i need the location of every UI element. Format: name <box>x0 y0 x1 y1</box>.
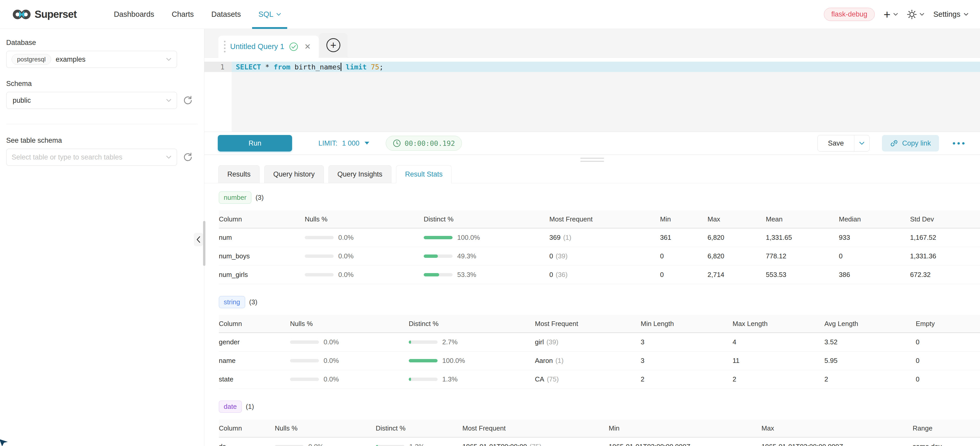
percent-bar-fill <box>376 445 378 446</box>
column-header: Max <box>762 424 913 432</box>
sql-token-plain <box>341 63 345 71</box>
percent-bar-fill <box>424 255 438 258</box>
pane-divider <box>204 155 980 165</box>
schema-select[interactable]: public <box>6 92 177 109</box>
percent-bar <box>275 445 304 446</box>
superset-logo[interactable]: Superset <box>13 8 76 21</box>
type-badge-date: date <box>219 401 242 413</box>
column-header: Most Frequent <box>535 320 641 328</box>
column-header: Distinct % <box>376 424 462 432</box>
panel-scrollbar-thumb[interactable] <box>203 221 205 266</box>
column-header: Most Frequent <box>462 424 609 432</box>
nav-item-charts[interactable]: Charts <box>163 0 202 29</box>
refresh-icon <box>182 151 194 163</box>
close-tab-icon[interactable]: ✕ <box>304 42 311 51</box>
chevron-down-icon <box>920 13 924 16</box>
stat-value: 361 <box>660 234 708 242</box>
drag-handle-icon[interactable] <box>224 41 226 53</box>
sql-editor-empty-area[interactable] <box>204 72 980 132</box>
column-header: Distinct % <box>424 215 549 223</box>
stat-value: 386 <box>839 271 910 279</box>
column-header: Std Dev <box>910 215 980 223</box>
percent-label: 0.0% <box>309 443 324 446</box>
nulls-percent-cell: 0.0% <box>275 443 376 446</box>
table-select[interactable]: Select table or type to search tables <box>6 149 177 166</box>
most-frequent-value: CA <box>535 375 544 383</box>
stats-section-string: string(3)ColumnNulls %Distinct %Most Fre… <box>204 296 980 389</box>
sql-code-line[interactable]: SELECT * from birth_names limit 75; <box>232 62 980 72</box>
table-row: ds0.0%1.3%1965-01-01T00:00:00(75)1965-01… <box>219 438 980 446</box>
tab-result-stats[interactable]: Result Stats <box>396 165 452 183</box>
database-select[interactable]: postgresql examples <box>6 51 177 68</box>
stat-value: 0 <box>916 357 980 365</box>
distinct-percent-cell: 53.3% <box>424 271 549 279</box>
column-header: Range <box>913 424 980 432</box>
run-button[interactable]: Run <box>218 135 292 151</box>
stat-value: same day <box>913 443 980 446</box>
stat-value: 11 <box>733 357 824 365</box>
table-row: gender0.0%2.7%girl(39)343.520 <box>219 333 980 352</box>
percent-label: 100.0% <box>457 234 480 242</box>
stats-table-string: ColumnNulls %Distinct %Most FrequentMin … <box>219 315 980 389</box>
sql-token-number: 75 <box>371 63 379 71</box>
refresh-schemas-button[interactable] <box>182 95 194 106</box>
chevron-down-icon <box>276 13 281 16</box>
column-name: num <box>219 234 305 242</box>
theme-toggle-button[interactable] <box>907 10 924 19</box>
percent-bar-fill <box>409 359 438 362</box>
column-header: Max Length <box>733 320 824 328</box>
new-item-button[interactable]: + <box>883 8 898 21</box>
percent-bar <box>424 236 453 239</box>
caret-down-icon <box>364 141 370 145</box>
sidebar-collapse-button[interactable] <box>194 233 203 246</box>
stats-section-date: date(1)ColumnNulls %Distinct %Most Frequ… <box>204 401 980 446</box>
tab-label: Query history <box>273 170 315 178</box>
percent-label: 0.0% <box>324 375 339 383</box>
save-button[interactable]: Save <box>818 135 854 151</box>
nav-item-sql[interactable]: SQL <box>250 0 290 29</box>
limit-dropdown[interactable]: LIMIT: 1 000 <box>318 139 370 147</box>
sql-editor[interactable]: 1 SELECT * from birth_names limit 75; <box>204 57 980 132</box>
most-frequent-count: (39) <box>547 338 558 346</box>
copy-link-button[interactable]: Copy link <box>882 135 939 151</box>
table-select-placeholder: Select table or type to search tables <box>12 153 122 161</box>
database-engine-tag: postgresql <box>12 54 51 65</box>
save-options-button[interactable] <box>854 135 869 151</box>
superset-infinity-icon <box>13 8 31 21</box>
brand-name: Superset <box>35 8 76 20</box>
settings-menu[interactable]: Settings <box>933 10 969 19</box>
stat-value: 0 <box>660 252 708 260</box>
stat-value: 2 <box>733 375 824 383</box>
tab-query-insights[interactable]: Query Insights <box>328 165 391 183</box>
column-header: Empty <box>916 320 980 328</box>
refresh-tables-button[interactable] <box>182 151 194 163</box>
chevron-down-icon <box>964 13 969 16</box>
sql-token-plain: birth_names <box>290 63 340 71</box>
refresh-icon <box>182 95 194 106</box>
stat-value: 1965-01-01T03:00:00.000Z <box>762 443 913 446</box>
type-badge-row: date(1) <box>219 401 980 413</box>
nav-item-datasets[interactable]: Datasets <box>202 0 250 29</box>
most-frequent-cell: Aaron(1) <box>535 357 641 365</box>
stat-value: 0 <box>916 338 980 346</box>
table-row: num0.0%100.0%369(1)3616,8201,331.659331,… <box>219 228 980 247</box>
most-frequent-count: (36) <box>555 271 567 279</box>
stat-value: 672.32 <box>910 271 980 279</box>
query-tab[interactable]: Untitled Query 1 ✕ <box>218 36 319 57</box>
column-header: Column <box>219 424 275 432</box>
type-badge-string: string <box>219 296 245 308</box>
percent-label: 2.7% <box>442 338 458 346</box>
percent-label: 0.0% <box>324 338 339 346</box>
tab-results[interactable]: Results <box>218 165 259 183</box>
nav-item-dashboards[interactable]: Dashboards <box>105 0 163 29</box>
column-name: num_boys <box>219 252 305 260</box>
most-frequent-cell: 369(1) <box>549 234 660 242</box>
percent-bar <box>305 255 334 258</box>
sql-editor-active-line[interactable]: 1 SELECT * from birth_names limit 75; <box>204 62 980 72</box>
column-header: Min Length <box>641 320 733 328</box>
pane-resize-handle[interactable] <box>580 158 604 162</box>
new-query-tab-button[interactable]: + <box>319 33 348 57</box>
more-actions-button[interactable]: ••• <box>952 139 967 148</box>
tab-query-history[interactable]: Query history <box>264 165 324 183</box>
stat-value: 553.53 <box>766 271 839 279</box>
